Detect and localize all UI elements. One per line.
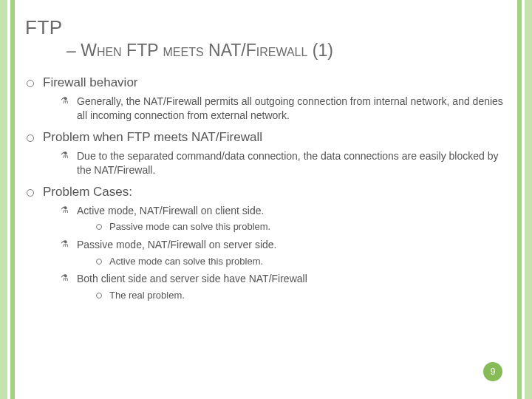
sub-text: Due to the separated command/data connec… (77, 150, 498, 176)
sub-bullet: Due to the separated command/data connec… (59, 149, 507, 177)
bullet-text: Problem when FTP meets NAT/Firewall (43, 130, 262, 144)
sub-text: Generally, the NAT/Firewall permits all … (77, 95, 503, 121)
decor-stripe-left-inner (10, 0, 15, 399)
bullet-text: Problem Cases: (43, 185, 132, 199)
title-m2: NAT/ (204, 41, 246, 60)
case-passive-server: Passive mode, NAT/Firewall on server sid… (59, 238, 507, 267)
title-suffix: (1) (307, 41, 333, 60)
decor-stripe-right-outer (525, 0, 532, 399)
bullet-problem-cases: Problem Cases: Active mode, NAT/Firewall… (25, 185, 507, 302)
title-w1: When (81, 41, 122, 60)
title-m1: FTP (122, 41, 163, 60)
note-text: The real problem. (109, 290, 185, 301)
title-w3: Firewall (246, 41, 308, 60)
title-dash: – (66, 41, 81, 60)
sub-text: Passive mode, NAT/Firewall on server sid… (77, 239, 277, 250)
decor-stripe-right-inner (517, 0, 522, 399)
case-both-sides: Both client side and server side have NA… (59, 272, 507, 301)
title-line1: FTP (25, 16, 507, 39)
sub-text: Both client side and server side have NA… (77, 273, 307, 284)
case-active-client: Active mode, NAT/Firewall on client side… (59, 204, 507, 233)
title-w2: meets (163, 41, 204, 60)
note-text: Active mode can solve this problem. (109, 256, 263, 267)
title-line2: – When FTP meets NAT/Firewall (1) (66, 41, 507, 61)
slide-body: FTP – When FTP meets NAT/Firewall (1) Fi… (25, 16, 507, 386)
note-text: Passive mode can solve this problem. (109, 221, 270, 232)
slide-title: FTP – When FTP meets NAT/Firewall (1) (25, 16, 507, 61)
case-both-sides-note: The real problem. (93, 289, 507, 302)
sub-bullet: Generally, the NAT/Firewall permits all … (59, 95, 507, 123)
page-number-badge: 9 (483, 362, 502, 381)
bullet-firewall-behavior: Firewall behavior Generally, the NAT/Fir… (25, 75, 507, 123)
case-passive-server-note: Active mode can solve this problem. (93, 255, 507, 268)
page-number: 9 (491, 366, 496, 377)
slide-content: Firewall behavior Generally, the NAT/Fir… (25, 75, 507, 302)
bullet-text: Firewall behavior (43, 75, 138, 89)
sub-text: Active mode, NAT/Firewall on client side… (77, 205, 264, 216)
decor-stripe-left-outer (0, 0, 7, 399)
case-active-client-note: Passive mode can solve this problem. (93, 220, 507, 233)
bullet-problem-ftp-nat: Problem when FTP meets NAT/Firewall Due … (25, 130, 507, 177)
